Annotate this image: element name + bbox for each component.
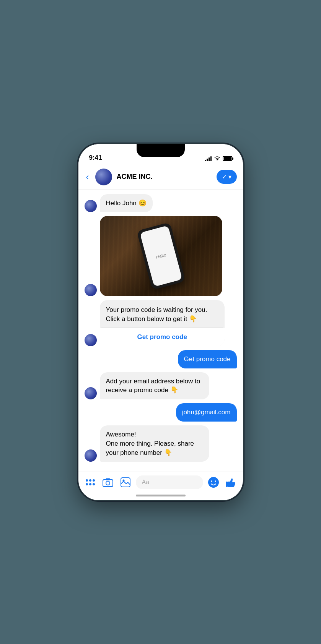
- svg-point-4: [86, 483, 88, 485]
- bot-bubble: Awesome!One more thing. Please, share yo…: [100, 425, 210, 462]
- user-bubble: Get promo code: [178, 350, 237, 368]
- bot-avatar: [85, 387, 97, 399]
- check-icon: ✓: [222, 173, 227, 180]
- phone-screen: 9:41: [78, 144, 243, 500]
- phone-screen-text: Hello: [155, 252, 166, 260]
- svg-point-3: [93, 479, 95, 482]
- message-row-user: Get promo code: [85, 350, 237, 368]
- message-text: Hello John 😊: [106, 200, 147, 207]
- header-action-button[interactable]: ✓ ▾: [217, 170, 237, 184]
- bot-avatar-header: [95, 169, 112, 185]
- phone-frame: 9:41: [78, 144, 243, 500]
- signal-bars-icon: [205, 156, 212, 161]
- notch: [137, 144, 185, 157]
- emoji-button[interactable]: [206, 475, 221, 490]
- dots-button[interactable]: [83, 475, 98, 490]
- svg-point-13: [211, 480, 212, 482]
- message-row-user-email: john@gmail.com: [85, 403, 237, 422]
- svg-point-0: [217, 159, 218, 160]
- message-row-card: Your promo code is waiting for you. Clic…: [85, 300, 237, 346]
- bot-avatar: [85, 284, 97, 296]
- card-bubble: Your promo code is waiting for you. Clic…: [100, 300, 225, 346]
- svg-point-12: [208, 477, 219, 488]
- svg-point-2: [89, 479, 91, 482]
- svg-point-8: [106, 481, 110, 485]
- message-text: Awesome!One more thing. Please, share yo…: [106, 431, 194, 456]
- input-placeholder: Aa: [142, 479, 150, 486]
- chat-area: Hello John 😊 Hello: [78, 190, 243, 472]
- home-indicator: [136, 495, 186, 496]
- status-icons: [205, 156, 232, 162]
- chat-header: ‹ ACME INC. ✓ ▾: [78, 165, 243, 190]
- back-button[interactable]: ‹: [85, 170, 91, 184]
- image-placeholder: Hello: [100, 216, 222, 296]
- message-row-image: Hello: [85, 216, 237, 296]
- svg-point-6: [93, 483, 95, 485]
- thumbs-up-button[interactable]: [224, 475, 238, 490]
- user-bubble: john@gmail.com: [176, 403, 237, 422]
- bot-avatar: [85, 334, 97, 346]
- message-row-bot2: Add your email address below to receive …: [85, 372, 237, 400]
- wifi-icon: [214, 156, 220, 162]
- battery-icon: [223, 156, 232, 161]
- message-input[interactable]: Aa: [136, 475, 203, 489]
- card-text: Your promo code is waiting for you. Clic…: [100, 300, 225, 328]
- bot-bubble: Hello John 😊: [100, 194, 153, 213]
- get-promo-code-button[interactable]: Get promo code: [100, 328, 225, 346]
- image-bubble: Hello: [100, 216, 222, 296]
- status-time: 9:41: [89, 154, 102, 162]
- photo-button[interactable]: [118, 475, 133, 490]
- dropdown-icon: ▾: [228, 173, 231, 180]
- bot-name: ACME INC.: [117, 173, 212, 181]
- bot-avatar: [85, 449, 97, 462]
- svg-point-1: [86, 479, 88, 482]
- svg-point-14: [215, 480, 216, 482]
- bot-avatar: [85, 200, 97, 212]
- message-row-bot3: Awesome!One more thing. Please, share yo…: [85, 425, 237, 462]
- status-bar: 9:41: [78, 144, 243, 165]
- svg-point-5: [89, 483, 91, 485]
- bot-bubble: Add your email address below to receive …: [100, 372, 210, 400]
- svg-rect-7: [103, 480, 113, 487]
- message-text: Get promo code: [184, 355, 231, 363]
- svg-rect-15: [226, 482, 228, 487]
- camera-button[interactable]: [101, 475, 115, 490]
- message-text: john@gmail.com: [182, 409, 231, 416]
- message-text: Add your email address below to receive …: [106, 378, 200, 394]
- message-row: Hello John 😊: [85, 194, 237, 213]
